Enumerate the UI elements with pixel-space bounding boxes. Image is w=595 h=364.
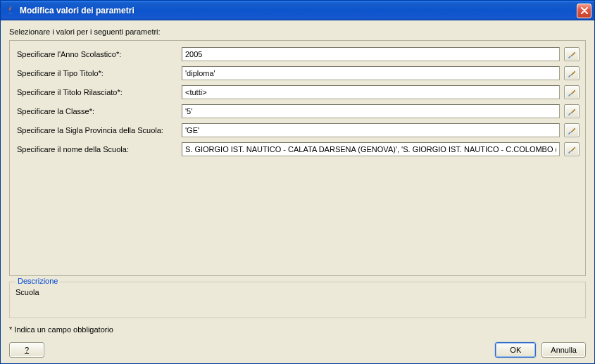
- java-icon: [5, 5, 16, 16]
- close-button[interactable]: [577, 4, 591, 18]
- lookup-button[interactable]: [564, 142, 580, 156]
- param-input-anno[interactable]: [182, 47, 560, 61]
- param-label-classe: Specificare la Classe*:: [15, 107, 182, 115]
- param-input-titolo-rilasciato[interactable]: [182, 85, 560, 99]
- ok-button[interactable]: OK: [495, 342, 536, 358]
- dialog-content: Selezionare i valori per i seguenti para…: [1, 20, 594, 363]
- description-legend: Descrizione: [15, 277, 60, 285]
- parameters-panel: Specificare l'Anno Scolastico*: Specific…: [9, 40, 586, 276]
- close-icon: [581, 7, 588, 14]
- brush-icon: [567, 106, 577, 116]
- description-body: Scuola: [15, 288, 580, 296]
- param-label-tipo-titolo: Specificare il Tipo Titolo*:: [15, 69, 182, 77]
- lookup-button[interactable]: [564, 104, 580, 118]
- dialog-window: Modifica valori dei parametri Selezionar…: [0, 0, 595, 364]
- cancel-button[interactable]: Annulla: [541, 342, 586, 358]
- button-bar: ? OK Annulla: [9, 342, 586, 358]
- param-row: Specificare il Titolo Rilasciato*:: [15, 84, 580, 100]
- window-title: Modifica valori dei parametri: [20, 6, 577, 15]
- lookup-button[interactable]: [564, 47, 580, 61]
- param-row: Specificare il nome della Scuola:: [15, 142, 580, 157]
- param-row: Specificare l'Anno Scolastico*:: [15, 46, 580, 62]
- brush-icon: [567, 49, 577, 59]
- required-note: * Indica un campo obbligatorio: [9, 325, 586, 334]
- title-bar[interactable]: Modifica valori dei parametri: [1, 1, 594, 20]
- param-row: Specificare il Tipo Titolo*:: [15, 65, 580, 81]
- lookup-button[interactable]: [564, 66, 580, 80]
- param-label-titolo-rilasciato: Specificare il Titolo Rilasciato*:: [15, 88, 182, 96]
- lookup-button[interactable]: [564, 123, 580, 137]
- help-button[interactable]: ?: [9, 342, 44, 358]
- brush-icon: [567, 144, 577, 154]
- param-label-anno: Specificare l'Anno Scolastico*:: [15, 50, 182, 58]
- param-input-classe[interactable]: [182, 104, 560, 118]
- brush-icon: [567, 68, 577, 78]
- prompt-label: Selezionare i valori per i seguenti para…: [9, 27, 586, 36]
- lookup-button[interactable]: [564, 85, 580, 99]
- param-row: Specificare la Sigla Provincia della Scu…: [15, 123, 580, 138]
- param-row: Specificare la Classe*:: [15, 103, 580, 119]
- param-input-provincia[interactable]: [182, 123, 560, 137]
- param-label-nome-scuola: Specificare il nome della Scuola:: [15, 145, 182, 153]
- param-input-tipo-titolo[interactable]: [182, 66, 560, 80]
- brush-icon: [567, 87, 577, 97]
- brush-icon: [567, 125, 577, 135]
- description-fieldset: Descrizione Scuola: [9, 282, 586, 318]
- param-input-nome-scuola[interactable]: [182, 142, 560, 156]
- param-label-provincia: Specificare la Sigla Provincia della Scu…: [15, 126, 182, 134]
